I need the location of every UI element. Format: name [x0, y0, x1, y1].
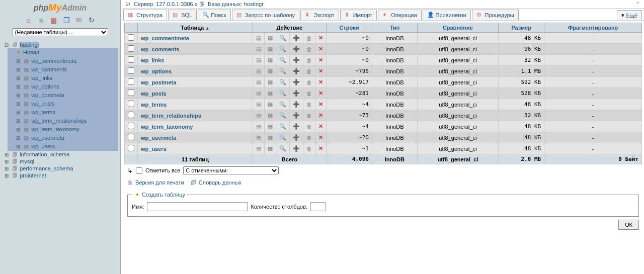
- empty-icon[interactable]: 🗑: [303, 66, 315, 77]
- tree-table[interactable]: ⊞ ▦ wp_options: [15, 82, 118, 91]
- tree-table[interactable]: ⊞ ▦ wp_postmeta: [15, 91, 118, 100]
- drop-icon[interactable]: ✕: [315, 33, 326, 44]
- tab-routines[interactable]: ⚙Процедуры: [472, 10, 519, 20]
- empty-icon[interactable]: 🗑: [303, 77, 315, 88]
- cols-input[interactable]: [310, 202, 326, 211]
- drop-icon[interactable]: ✕: [315, 121, 326, 132]
- drop-icon[interactable]: ✕: [315, 55, 326, 66]
- search-icon[interactable]: 🔍: [276, 132, 289, 143]
- tree-db[interactable]: ⊞ 🗐 information_schema: [3, 151, 118, 158]
- plus-icon[interactable]: ⊞: [15, 93, 21, 98]
- structure-icon[interactable]: ▦: [264, 33, 276, 44]
- row-checkbox[interactable]: [128, 45, 134, 52]
- search-icon[interactable]: 🔍: [276, 77, 289, 88]
- tree-table[interactable]: ⊞ ▦ wp_terms: [15, 108, 118, 117]
- insert-icon[interactable]: ➕: [289, 77, 303, 88]
- drop-icon[interactable]: ✕: [315, 99, 326, 110]
- search-icon[interactable]: 🔍: [276, 99, 289, 110]
- table-name-link[interactable]: wp_links: [141, 57, 164, 63]
- search-icon[interactable]: 🔍: [276, 110, 289, 121]
- empty-icon[interactable]: 🗑: [303, 132, 315, 143]
- insert-icon[interactable]: ➕: [289, 110, 303, 121]
- plus-icon[interactable]: ⊞: [3, 173, 10, 178]
- col-collation[interactable]: Сравнение: [417, 23, 499, 33]
- empty-icon[interactable]: 🗑: [303, 44, 315, 55]
- tree-db-hostingr[interactable]: ⊟ 🗐 hostingr: [3, 41, 118, 48]
- search-icon[interactable]: 🔍: [276, 55, 289, 66]
- structure-icon[interactable]: ▦: [264, 143, 276, 154]
- plus-icon[interactable]: ⊞: [15, 135, 21, 141]
- search-icon[interactable]: 🔍: [276, 33, 289, 44]
- col-size[interactable]: Размер: [499, 23, 544, 33]
- checkall-label[interactable]: Отметить все: [145, 167, 180, 173]
- col-table[interactable]: Таблица: [138, 23, 253, 33]
- tab-operations[interactable]: ✦Операции: [378, 10, 421, 20]
- browse-icon[interactable]: ▤: [253, 143, 264, 154]
- insert-icon[interactable]: ➕: [289, 66, 303, 77]
- row-checkbox[interactable]: [128, 112, 134, 118]
- print-link[interactable]: 🖶Версия для печати: [127, 179, 184, 186]
- empty-icon[interactable]: 🗑: [303, 55, 315, 66]
- insert-icon[interactable]: ➕: [289, 132, 303, 143]
- structure-icon[interactable]: ▦: [264, 121, 276, 132]
- tree-table[interactable]: ⊞ ▦ wp_posts: [15, 100, 118, 108]
- dict-link[interactable]: 🗐Словарь данных: [191, 179, 242, 186]
- table-name-link[interactable]: wp_options: [141, 68, 172, 74]
- checkall-checkbox[interactable]: [136, 167, 142, 174]
- tree-db[interactable]: ⊞ 🗐 mysql: [3, 158, 118, 165]
- browse-icon[interactable]: ▤: [253, 110, 264, 121]
- search-icon[interactable]: 🔍: [276, 143, 289, 154]
- logout-icon[interactable]: ⎆: [37, 16, 45, 24]
- plus-icon[interactable]: ⊞: [15, 58, 21, 64]
- settings-icon[interactable]: ✉: [75, 16, 83, 24]
- tree-table[interactable]: ⊞ ▦ wp_term_taxonomy: [15, 125, 118, 134]
- empty-icon[interactable]: 🗑: [303, 143, 315, 154]
- row-checkbox[interactable]: [128, 56, 134, 63]
- plus-icon[interactable]: ⊞: [15, 110, 21, 115]
- empty-icon[interactable]: 🗑: [303, 33, 315, 44]
- structure-icon[interactable]: ▦: [264, 77, 276, 88]
- with-selected-select[interactable]: С отмеченными:: [183, 166, 279, 174]
- search-icon[interactable]: 🔍: [276, 44, 289, 55]
- plus-icon[interactable]: ⊞: [15, 67, 21, 72]
- tree-db[interactable]: ⊞ 🗐 prointernet: [3, 172, 118, 179]
- col-rows[interactable]: Строки: [326, 23, 372, 33]
- tab-search[interactable]: 🔍Поиск: [198, 10, 230, 20]
- empty-icon[interactable]: 🗑: [303, 110, 315, 121]
- empty-icon[interactable]: 🗑: [303, 99, 315, 110]
- insert-icon[interactable]: ➕: [289, 121, 303, 132]
- insert-icon[interactable]: ➕: [289, 99, 303, 110]
- search-icon[interactable]: 🔍: [276, 88, 289, 99]
- ok-button[interactable]: ОК: [618, 220, 639, 230]
- drop-icon[interactable]: ✕: [315, 44, 326, 55]
- reload-icon[interactable]: ↻: [88, 16, 96, 24]
- drop-icon[interactable]: ✕: [315, 132, 326, 143]
- row-checkbox[interactable]: [128, 145, 134, 151]
- browse-icon[interactable]: ▤: [253, 44, 264, 55]
- drop-icon[interactable]: ✕: [315, 77, 326, 88]
- tab-sql[interactable]: ▤SQL: [168, 10, 197, 20]
- insert-icon[interactable]: ➕: [289, 143, 303, 154]
- browse-icon[interactable]: ▤: [253, 33, 264, 44]
- tree-new[interactable]: ✦ Новая: [15, 48, 118, 57]
- tab-privileges[interactable]: 👤Привилегии: [423, 10, 471, 20]
- recent-tables-select[interactable]: (Недавние таблицы) ...: [13, 28, 108, 36]
- tree-table[interactable]: ⊞ ▦ wp_links: [15, 74, 118, 82]
- collapse-icon[interactable]: ⌃: [635, 1, 640, 8]
- tree-table[interactable]: ⊞ ▦ wp_commentmeta: [15, 57, 118, 65]
- drop-icon[interactable]: ✕: [315, 66, 326, 77]
- row-checkbox[interactable]: [128, 67, 134, 74]
- structure-icon[interactable]: ▦: [264, 66, 276, 77]
- tab-structure[interactable]: ▦Структура: [123, 10, 167, 20]
- plus-icon[interactable]: ⊞: [3, 159, 10, 164]
- drop-icon[interactable]: ✕: [315, 143, 326, 154]
- browse-icon[interactable]: ▤: [253, 88, 264, 99]
- structure-icon[interactable]: ▦: [264, 110, 276, 121]
- table-name-link[interactable]: wp_postmeta: [141, 79, 176, 85]
- search-icon[interactable]: 🔍: [276, 121, 289, 132]
- structure-icon[interactable]: ▦: [264, 99, 276, 110]
- drop-icon[interactable]: ✕: [315, 110, 326, 121]
- insert-icon[interactable]: ➕: [289, 88, 303, 99]
- name-input[interactable]: [147, 202, 248, 211]
- tree-table[interactable]: ⊞ ▦ wp_comments: [15, 65, 118, 74]
